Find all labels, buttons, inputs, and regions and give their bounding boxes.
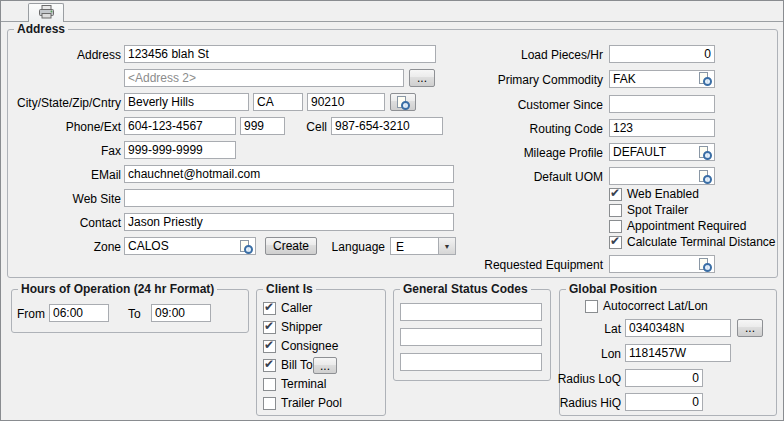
- lat-input[interactable]: [625, 319, 731, 337]
- lat-browse-button[interactable]: ...: [737, 319, 763, 337]
- autocorrect-latlon-label: Autocorrect Lat/Lon: [603, 300, 708, 313]
- radius-lo-input[interactable]: [625, 369, 703, 387]
- mileage-profile-label: Mileage Profile: [431, 146, 603, 160]
- status-code-input-3[interactable]: [400, 353, 542, 371]
- create-button[interactable]: Create: [265, 237, 317, 255]
- shipper-checkbox[interactable]: [263, 321, 276, 334]
- printer-icon: [38, 5, 55, 22]
- address2-input[interactable]: [124, 69, 404, 87]
- global-position-group-title: Global Position: [566, 282, 660, 296]
- status-code-input-2[interactable]: [400, 328, 542, 346]
- calc-terminal-distance-checkbox[interactable]: [609, 236, 622, 249]
- bill-to-checkbox[interactable]: [263, 359, 276, 372]
- email-label: EMail: [5, 168, 121, 182]
- terminal-checkbox[interactable]: [263, 378, 276, 391]
- language-label: Language: [321, 240, 385, 254]
- lookup-icon: [396, 96, 410, 110]
- caller-checkbox[interactable]: [263, 302, 276, 315]
- routing-code-input[interactable]: [609, 119, 715, 137]
- state-input[interactable]: [253, 93, 303, 111]
- consignee-checkbox[interactable]: [263, 340, 276, 353]
- radius-hi-label: Radius HiQ: [529, 396, 621, 410]
- spot-trailer-label: Spot Trailer: [627, 204, 688, 217]
- cell-label: Cell: [297, 120, 327, 134]
- phone-ext-label: Phone/Ext: [5, 120, 121, 134]
- address-input[interactable]: [124, 45, 436, 63]
- hours-group-title: Hours of Operation (24 hr Format): [18, 282, 217, 296]
- mileage-lookup-icon[interactable]: [698, 146, 712, 160]
- requested-equipment-label: Requested Equipment: [431, 258, 603, 272]
- equipment-lookup-icon[interactable]: [698, 258, 712, 272]
- shipper-label: Shipper: [281, 321, 322, 334]
- client-address-form: Address Address City/State/Zip/Cntry Pho…: [0, 0, 784, 421]
- status-codes-group-title: General Status Codes: [400, 282, 531, 296]
- client-is-group-title: Client Is: [263, 282, 316, 296]
- trailer-pool-checkbox[interactable]: [263, 397, 276, 410]
- lat-label: Lat: [541, 322, 621, 336]
- website-label: Web Site: [5, 192, 121, 206]
- appointment-required-label: Appointment Required: [627, 220, 746, 233]
- lon-input[interactable]: [625, 344, 731, 362]
- terminal-label: Terminal: [281, 378, 326, 391]
- tab-strip-divider: [1, 21, 783, 22]
- from-input[interactable]: [49, 304, 109, 322]
- chevron-down-icon[interactable]: ▼: [438, 238, 455, 254]
- web-enabled-label: Web Enabled: [627, 188, 699, 201]
- phone-input[interactable]: [124, 117, 236, 135]
- city-state-zip-label: City/State/Zip/Cntry: [5, 96, 121, 110]
- appointment-required-checkbox[interactable]: [609, 220, 622, 233]
- radius-hi-input[interactable]: [625, 393, 703, 411]
- to-input[interactable]: [151, 304, 211, 322]
- address-lookup-button[interactable]: [390, 93, 416, 111]
- trailer-pool-label: Trailer Pool: [281, 397, 342, 410]
- commodity-lookup-icon[interactable]: [698, 72, 712, 86]
- zone-input[interactable]: [124, 237, 256, 255]
- language-combo[interactable]: E ▼: [390, 237, 456, 255]
- primary-commodity-label: Primary Commodity: [431, 73, 603, 87]
- load-pieces-input[interactable]: [609, 45, 715, 63]
- radius-lo-label: Radius LoQ: [529, 372, 621, 386]
- fax-label: Fax: [5, 144, 121, 158]
- address-label: Address: [5, 48, 121, 62]
- default-uom-label: Default UOM: [431, 170, 603, 184]
- zip-input[interactable]: [307, 93, 385, 111]
- contact-input[interactable]: [124, 213, 454, 231]
- lon-label: Lon: [541, 347, 621, 361]
- address-tab[interactable]: [28, 3, 64, 22]
- customer-since-input[interactable]: [609, 95, 715, 113]
- zone-label: Zone: [5, 240, 121, 254]
- load-pieces-label: Load Pieces/Hr: [431, 48, 603, 62]
- status-code-input-1[interactable]: [400, 303, 542, 321]
- bill-to-browse-button[interactable]: ...: [313, 357, 337, 374]
- routing-code-label: Routing Code: [431, 122, 603, 136]
- to-label: To: [128, 307, 141, 321]
- consignee-label: Consignee: [281, 340, 338, 353]
- spot-trailer-checkbox[interactable]: [609, 204, 622, 217]
- uom-lookup-icon[interactable]: [698, 170, 712, 184]
- website-input[interactable]: [124, 189, 454, 207]
- cell-input[interactable]: [331, 117, 443, 135]
- fax-input[interactable]: [124, 141, 236, 159]
- customer-since-label: Customer Since: [431, 98, 603, 112]
- address-group-title: Address: [14, 22, 68, 36]
- email-input[interactable]: [124, 165, 454, 183]
- from-label: From: [17, 307, 45, 321]
- contact-label: Contact: [5, 216, 121, 230]
- ext-input[interactable]: [240, 117, 285, 135]
- web-enabled-checkbox[interactable]: [609, 188, 622, 201]
- zone-lookup-icon[interactable]: [239, 240, 253, 254]
- calc-terminal-distance-label: Calculate Terminal Distance: [627, 236, 776, 249]
- caller-label: Caller: [281, 302, 312, 315]
- autocorrect-latlon-checkbox[interactable]: [585, 300, 598, 313]
- language-combo-value: E: [396, 240, 404, 254]
- city-input[interactable]: [124, 93, 249, 111]
- bill-to-label: Bill To: [281, 359, 313, 372]
